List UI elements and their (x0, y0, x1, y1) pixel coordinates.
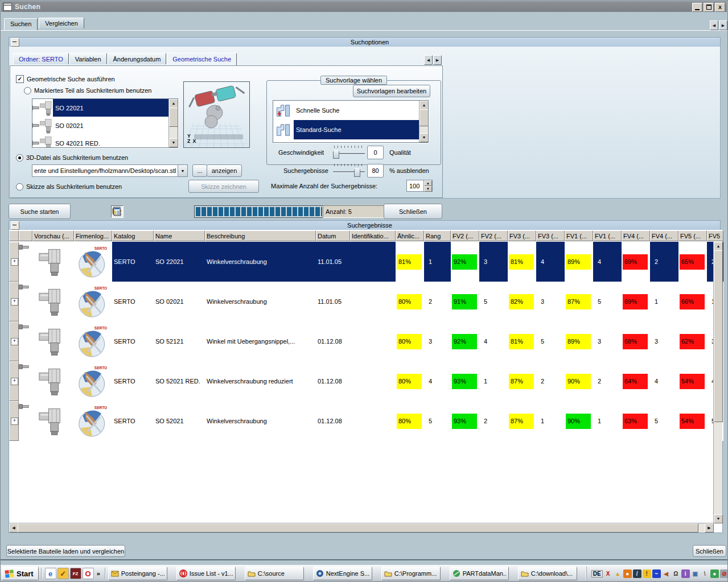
edit-templates-button[interactable]: Suchvorlagen bearbeiten (353, 85, 430, 97)
expand-row-button[interactable]: + (11, 418, 18, 425)
task-button[interactable]: C:\source (245, 567, 304, 580)
flash-icon[interactable]: / (633, 569, 641, 578)
scroll-up-button[interactable]: ▲ (169, 99, 178, 108)
task-button[interactable]: C:\download\... (518, 567, 577, 580)
scales-icon[interactable]: Ω (672, 569, 680, 578)
tab-scroll-left-button[interactable]: ◀ (710, 20, 718, 30)
tab-vergleichen[interactable]: Vergleichen (39, 18, 84, 28)
max-results-spinner[interactable]: 100 ▲▼ (406, 180, 433, 192)
show-button[interactable]: anzeigen (207, 164, 242, 177)
task-button[interactable]: Issue List - v1... (176, 567, 236, 580)
part-list-item[interactable]: SO 22021 (32, 99, 168, 117)
ie-icon[interactable]: e (45, 568, 56, 579)
minimize-button[interactable] (692, 3, 702, 12)
column-header-firmenlog-[interactable]: Firmenlog... (74, 230, 112, 241)
column-header-fv4-[interactable]: FV4 (... (650, 230, 678, 241)
quick-launch-overflow-chevron[interactable]: » (97, 570, 100, 577)
3d-file-radio[interactable] (16, 154, 23, 162)
column-header-fv4-[interactable]: FV4 (... (622, 230, 650, 241)
start-search-button[interactable]: Suche starten (9, 204, 71, 219)
template-list-item[interactable] (273, 139, 419, 143)
scrollbar-thumb[interactable] (18, 523, 698, 533)
speed-value[interactable]: 0 (367, 146, 384, 159)
scrollbar-thumb[interactable] (714, 250, 723, 422)
report-icon[interactable] (111, 205, 122, 217)
option-tab-scroll-right-button[interactable]: ▶ (433, 55, 442, 65)
expand-row-button[interactable]: + (11, 378, 18, 385)
scroll-down-button[interactable]: ▼ (169, 138, 178, 147)
task-button[interactable]: Posteingang -... (108, 567, 167, 580)
sketch-radio[interactable] (16, 183, 23, 191)
column-header-blank[interactable] (9, 230, 19, 241)
scroll-down-button[interactable]: ▼ (419, 133, 429, 142)
3d-preview[interactable]: Y ZX (183, 81, 250, 148)
draw-sketch-button[interactable]: Skizze zeichnen (188, 180, 259, 193)
notes-icon[interactable]: i (681, 569, 690, 578)
opera-icon[interactable]: O (83, 568, 94, 579)
scrollbar-thumb[interactable] (169, 108, 178, 127)
graphics-icon[interactable]: ● (710, 569, 719, 578)
option-tab-variablen[interactable]: Variablen (69, 53, 107, 64)
table-row[interactable]: +SERTOSERTOSO 52021Winkelverschraubung01… (9, 401, 715, 441)
option-tab-geometrische-suche[interactable]: Geometrische Suche (167, 53, 237, 66)
wizard-wand-icon[interactable]: \ (701, 569, 709, 578)
column-header-beschreibung[interactable]: Beschreibung (205, 230, 316, 241)
close-dialog-button[interactable]: Schließen (693, 545, 726, 557)
volume-icon[interactable]: ◀ (662, 569, 671, 578)
messenger-icon[interactable]: ~ (652, 569, 661, 578)
column-header-fv2-[interactable]: FV2 (... (451, 230, 479, 241)
execute-geometric-search-checkbox[interactable]: ✓ (16, 75, 24, 83)
warning-triangle-icon[interactable]: ▲ (614, 569, 622, 578)
table-row[interactable]: +SERTOSERTOSO 02021Winkelverschraubung11… (9, 282, 715, 321)
safely-remove-icon[interactable]: ⊘ (720, 569, 728, 578)
task-button[interactable]: NextEngine S... (313, 567, 372, 580)
load-and-compare-button[interactable]: Selektierte Bauteile laden und vergleich… (6, 545, 125, 557)
network-icon[interactable]: ▣ (691, 569, 700, 578)
tab-scroll-right-button[interactable]: ▶ (719, 20, 727, 30)
marked-part-radio[interactable] (24, 87, 31, 94)
x-server-icon[interactable]: X (604, 569, 612, 578)
results-value[interactable]: 80 (367, 164, 384, 178)
language-indicator[interactable]: DE (591, 570, 603, 577)
task-button[interactable]: PARTdataMan... (450, 567, 509, 580)
spin-down-button[interactable]: ▼ (424, 186, 432, 192)
column-header-fv3-[interactable]: FV3 (... (536, 230, 565, 241)
template-listbox[interactable]: ▲ ▼ Schnelle SucheStandard-Suche (273, 100, 429, 143)
task-button[interactable]: C:\Programm... (381, 567, 441, 580)
column-header-fv5[interactable]: FV5 (707, 230, 723, 241)
template-list-item[interactable]: Standard-Suche (273, 120, 419, 139)
expand-row-button[interactable]: + (11, 338, 18, 345)
part-list-item[interactable]: SO 42021 RED. (32, 134, 168, 148)
close-button[interactable]: X (715, 3, 725, 12)
spin-up-button[interactable]: ▲ (424, 180, 432, 186)
mail-notifier-icon[interactable]: ✓ (57, 568, 69, 579)
combo-dropdown-button[interactable]: ▼ (178, 165, 187, 176)
column-header-name[interactable]: Name (154, 230, 205, 241)
column-header-fv1-[interactable]: FV1 (... (565, 230, 593, 241)
part-list-item[interactable]: SO 02021 (32, 117, 168, 134)
column-header-rang[interactable]: Rang (424, 230, 451, 241)
start-button[interactable]: Start (2, 567, 39, 580)
scroll-right-button[interactable]: ▶ (705, 523, 714, 533)
column-header-blank[interactable] (19, 230, 32, 241)
column-header-fv1-[interactable]: FV1 (... (593, 230, 622, 241)
scroll-left-button[interactable]: ◀ (9, 523, 18, 533)
tab-suchen[interactable]: Suchen (4, 18, 38, 30)
template-list-item[interactable]: Schnelle Suche (273, 101, 419, 120)
scroll-up-button[interactable]: ▲ (419, 101, 429, 110)
part-listbox[interactable]: ▲ ▼ SO 22021SO 02021SO 42021 RED. (32, 98, 178, 148)
collapse-results-button[interactable] (11, 221, 19, 230)
results-vertical-scrollbar[interactable]: ▲ ▼ (713, 242, 722, 523)
scrollbar-thumb[interactable] (419, 109, 429, 126)
option-tab-änderungsdatum[interactable]: Änderungsdatum (108, 53, 167, 64)
template-list-scrollbar[interactable]: ▲ ▼ (419, 101, 428, 142)
expand-row-button[interactable]: + (11, 258, 18, 266)
browse-button[interactable]: ... (192, 164, 207, 177)
column-header-katalog[interactable]: Katalog (112, 230, 154, 241)
column-header-identifikatio-[interactable]: Identifikatio... (350, 230, 396, 241)
column-header-ähnlic-[interactable]: Ähnlic... (396, 230, 424, 241)
option-tab-scroll-left-button[interactable]: ◀ (424, 55, 433, 65)
table-row[interactable]: +SERTOSERTOSO 52021 RED.Winkelverschraub… (9, 361, 715, 401)
column-header-fv5-[interactable]: FV5 (... (678, 230, 707, 241)
column-header-fv2-[interactable]: FV2 (... (479, 230, 508, 241)
